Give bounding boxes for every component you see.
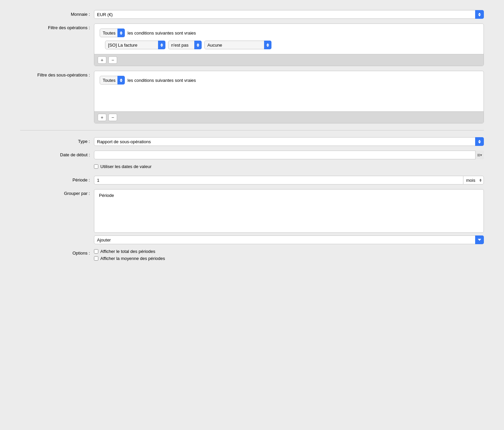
grouper-par-label: Grouper par :	[20, 189, 94, 196]
type-select[interactable]: Rapport de sous-opérations	[94, 137, 484, 146]
filtre-sous-operations-remove-button[interactable]: −	[108, 114, 117, 121]
monnaie-control: EUR (€)	[94, 10, 484, 19]
grouper-par-row: Grouper par : Période Ajouter	[20, 189, 484, 244]
grouper-item-periode: Période	[99, 193, 479, 198]
condition-field-wrapper[interactable]: [SO] La facture	[105, 41, 165, 49]
filtre-operations-footer: + −	[94, 54, 484, 66]
monnaie-row: Monnaie : EUR (€)	[20, 10, 484, 19]
afficher-total-label: Afficher le total des périodes	[100, 249, 155, 254]
condition-value-wrapper[interactable]: Aucune	[204, 41, 271, 49]
periode-label: Période :	[20, 176, 94, 182]
afficher-moyenne-row: Afficher la moyenne des périodes	[94, 256, 484, 261]
type-label: Type :	[20, 137, 94, 144]
sous-conditions-text: les conditions suivantes sont vraies	[128, 78, 196, 83]
utiliser-dates-checkbox[interactable]	[94, 164, 98, 169]
filtre-sous-operations-footer: + −	[94, 111, 484, 123]
filtre-operations-main-row: Toutes les conditions suivantes sont vra…	[100, 29, 478, 37]
filtre-operations-condition-row: [SO] La facture n'est pas	[100, 41, 478, 49]
date-debut-input[interactable]	[94, 151, 484, 159]
filtre-sous-operations-control: Toutes les conditions suivantes sont vra…	[94, 71, 484, 123]
filtre-operations-label: Filtre des opérations :	[20, 23, 94, 30]
filtre-operations-content: Toutes les conditions suivantes sont vra…	[94, 24, 484, 54]
filtre-sous-operations-box: Toutes les conditions suivantes sont vra…	[94, 71, 484, 123]
utiliser-dates-spacer	[20, 164, 94, 166]
condition-value-select[interactable]: Aucune	[204, 41, 271, 49]
filtre-operations-add-button[interactable]: +	[98, 56, 106, 64]
filtre-sous-operations-content: Toutes les conditions suivantes sont vra…	[94, 71, 484, 111]
periode-wrapper: mois	[94, 176, 484, 184]
condition-op-select[interactable]: n'est pas	[168, 41, 202, 49]
afficher-total-checkbox[interactable]	[94, 249, 98, 254]
filtre-sous-operations-main-row: Toutes les conditions suivantes sont vra…	[100, 76, 478, 85]
monnaie-label: Monnaie :	[20, 10, 94, 17]
filtre-operations-remove-button[interactable]: −	[108, 56, 117, 64]
options-row: Options : Afficher le total des périodes…	[20, 249, 484, 263]
afficher-moyenne-checkbox[interactable]	[94, 256, 98, 261]
date-debut-label: Date de début :	[20, 151, 94, 157]
monnaie-select[interactable]: EUR (€)	[94, 10, 484, 19]
grouper-par-control: Période Ajouter	[94, 189, 484, 244]
options-label: Options :	[20, 249, 94, 256]
date-debut-row: Date de début : ⊞▾	[20, 151, 484, 159]
utiliser-dates-row: Utiliser les dates de valeur	[20, 164, 484, 171]
type-control: Rapport de sous-opérations	[94, 137, 484, 146]
options-control: Afficher le total des périodes Afficher …	[94, 249, 484, 263]
sous-toutes-select[interactable]: Toutes	[100, 76, 125, 85]
filtre-operations-row: Filtre des opérations : Toutes	[20, 23, 484, 66]
periode-unit-wrapper[interactable]: mois	[463, 176, 484, 184]
type-row: Type : Rapport de sous-opérations	[20, 137, 484, 146]
utiliser-dates-label: Utiliser les dates de valeur	[100, 164, 151, 169]
section-divider	[20, 130, 484, 130]
conditions-text: les conditions suivantes sont vraies	[128, 31, 196, 36]
calendar-icon[interactable]: ⊞▾	[475, 151, 484, 159]
afficher-moyenne-label: Afficher la moyenne des périodes	[100, 256, 165, 261]
filtre-operations-control: Toutes les conditions suivantes sont vra…	[94, 23, 484, 66]
periode-unit-select[interactable]: mois	[463, 176, 484, 184]
sous-toutes-select-wrapper[interactable]: Toutes	[100, 76, 125, 85]
grouper-par-box: Période	[94, 189, 484, 233]
toutes-select[interactable]: Toutes	[100, 29, 125, 37]
periode-control: mois	[94, 176, 484, 184]
filtre-operations-box: Toutes les conditions suivantes sont vra…	[94, 23, 484, 66]
filtre-sous-operations-label: Filtre des sous-opérations :	[20, 71, 94, 77]
toutes-select-wrapper[interactable]: Toutes	[100, 29, 125, 37]
ajouter-select[interactable]: Ajouter	[94, 235, 484, 244]
ajouter-wrapper[interactable]: Ajouter	[94, 235, 484, 244]
monnaie-select-wrapper[interactable]: EUR (€)	[94, 10, 484, 19]
date-debut-control: ⊞▾	[94, 151, 484, 159]
condition-op-wrapper[interactable]: n'est pas	[168, 41, 202, 49]
condition-field-select[interactable]: [SO] La facture	[105, 41, 165, 49]
filtre-sous-operations-add-button[interactable]: +	[98, 114, 106, 121]
utiliser-dates-checkbox-row: Utiliser les dates de valeur	[94, 164, 484, 169]
afficher-total-row: Afficher le total des périodes	[94, 249, 484, 254]
date-input-wrapper[interactable]: ⊞▾	[94, 151, 484, 159]
periode-row: Période : mois	[20, 176, 484, 184]
periode-input[interactable]	[94, 176, 463, 184]
filtre-sous-operations-row: Filtre des sous-opérations : Toutes	[20, 71, 484, 123]
utiliser-dates-control: Utiliser les dates de valeur	[94, 164, 484, 171]
type-select-wrapper[interactable]: Rapport de sous-opérations	[94, 137, 484, 146]
